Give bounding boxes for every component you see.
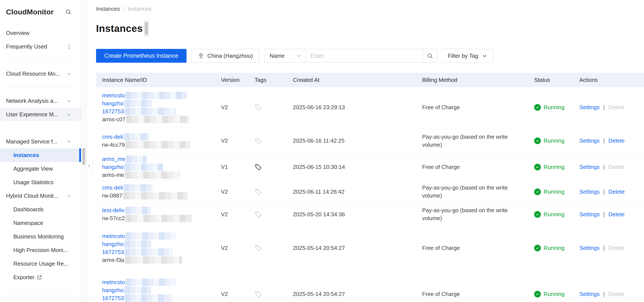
sidebar-item-dashboards[interactable]: Dashboards (0, 203, 81, 216)
sidebar-search-icon[interactable] (65, 8, 72, 15)
sidebar-item-business-monitoring[interactable]: Business Monitoring (0, 230, 81, 244)
status-running-icon (534, 291, 541, 298)
instance-name-link[interactable]: hangzho (102, 100, 124, 108)
search-button[interactable] (422, 49, 437, 63)
settings-button[interactable]: Settings (580, 164, 600, 170)
billing-method-cell: Pay-as-you-go (based on the write volume… (422, 133, 534, 149)
sidebar-section-network-analysis[interactable]: Network Analysis a... (0, 94, 81, 108)
sidebar-item-exporter[interactable]: Exporter (0, 270, 81, 284)
instance-name-cell: metricsto hangzho 1672753 arms-b0 (96, 278, 221, 302)
table-row: metricsto hangzho 1672753 arms-f3a V2 20… (96, 226, 644, 270)
instance-name-link[interactable]: metricsto (102, 278, 125, 286)
search-type-select[interactable]: Name (264, 49, 306, 63)
sidebar-item-aggregate-view[interactable]: Aggregate View (0, 162, 81, 176)
breadcrumb: Instances / Instances (96, 6, 644, 12)
instance-name-cell: cms-deli rw-0887 (96, 184, 221, 200)
status-badge: Running (544, 291, 564, 298)
delete-button[interactable]: Delete (608, 211, 624, 218)
instance-name-link[interactable]: cms-deli (102, 133, 123, 141)
billing-method-cell: Free of Charge (422, 244, 534, 252)
sidebar-item-instances[interactable]: Instances (0, 148, 81, 162)
actions-cell: Settings|Delete (580, 245, 644, 252)
instance-name-link[interactable]: 1672753 (102, 248, 124, 256)
instance-name-link[interactable]: hangzho (102, 286, 124, 294)
sidebar-section-user-experience-monitoring[interactable]: User Experience M... (0, 108, 81, 121)
settings-button[interactable]: Settings (580, 211, 600, 218)
sidebar-item-high-precision-monitoring[interactable]: High Precision Moni... (0, 244, 81, 257)
instance-id: rw-57cc2 (102, 214, 125, 222)
status-badge: Running (544, 188, 564, 195)
sidebar-divider (6, 291, 76, 291)
settings-button[interactable]: Settings (580, 188, 600, 195)
kebab-menu-icon[interactable] (67, 44, 72, 50)
redacted-text (124, 164, 163, 171)
delete-button[interactable]: Delete (608, 164, 624, 170)
page-title: Instances (96, 22, 143, 34)
status-cell: Running (534, 104, 580, 111)
sidebar-section-hybrid-cloud-monitoring[interactable]: Hybrid Cloud Monit... (0, 189, 81, 203)
redacted-text (125, 92, 187, 99)
redacted-text (124, 248, 173, 256)
tags-cell[interactable] (254, 104, 293, 111)
instance-name-link[interactable]: 1672753 (102, 294, 124, 302)
sidebar-item-overview[interactable]: Overview (0, 26, 81, 40)
instance-name-link[interactable]: hangzho (102, 163, 124, 171)
sidebar-item-usage-statistics[interactable]: Usage Statistics (0, 176, 81, 189)
search-input[interactable] (306, 49, 423, 63)
col-header-tags: Tags (254, 77, 293, 83)
sidebar-collapse-handle[interactable] (86, 159, 93, 173)
settings-button[interactable]: Settings (580, 245, 600, 252)
created-at-cell: 2025-05-14 20:54:27 (293, 291, 422, 298)
status-running-icon (534, 245, 541, 252)
region-select[interactable]: China (Hangzhou) (191, 49, 260, 63)
created-at-cell: 2025-06-16 23:29:13 (293, 104, 422, 111)
instance-name-link[interactable]: metricsto (102, 92, 125, 100)
redacted-text (125, 256, 182, 264)
delete-button[interactable]: Delete (608, 245, 624, 252)
sidebar-section-cloud-resource-monitoring[interactable]: Cloud Resource Mo... (0, 67, 81, 80)
created-at-cell: 2025-05-14 20:54:27 (293, 245, 422, 252)
instance-name-link[interactable]: 1672753 (102, 108, 124, 116)
col-header-instance-name: Instance Name/ID (96, 77, 221, 83)
delete-button[interactable]: Delete (608, 138, 624, 144)
filter-by-tag-button[interactable]: Filter by Tag (442, 49, 494, 63)
created-at-cell: 2025-06-15 10:30:14 (293, 164, 422, 170)
status-badge: Running (544, 245, 564, 252)
redacted-text (124, 294, 173, 302)
tags-cell[interactable] (254, 188, 293, 195)
delete-button[interactable]: Delete (608, 104, 624, 111)
instance-name-link[interactable]: test-deliv (102, 206, 124, 214)
actions-divider: | (603, 211, 605, 218)
settings-button[interactable]: Settings (580, 104, 600, 111)
delete-button[interactable]: Delete (608, 188, 624, 195)
instance-name-cell: arms_me hangzho arms-me (96, 155, 221, 179)
sidebar-item-namespace[interactable]: Namespace (0, 216, 81, 230)
sidebar-section-managed-service-prometheus[interactable]: Managed Service f... (0, 135, 81, 148)
delete-button[interactable]: Delete (608, 291, 624, 298)
instance-name-link[interactable]: metricsto (102, 232, 125, 240)
tags-cell[interactable] (254, 164, 293, 170)
tags-cell[interactable] (254, 244, 293, 252)
settings-button[interactable]: Settings (580, 138, 600, 144)
sidebar-item-frequently-used[interactable]: Frequently Used (0, 40, 81, 54)
tags-cell[interactable] (254, 137, 293, 144)
actions-cell: Settings|Delete (580, 164, 644, 170)
breadcrumb-instances[interactable]: Instances (96, 6, 120, 12)
sidebar-scrollbar-track[interactable] (81, 0, 86, 302)
tags-cell[interactable] (254, 290, 293, 298)
settings-button[interactable]: Settings (580, 291, 600, 298)
tag-icon (254, 137, 262, 144)
instance-id: arms-me (102, 171, 124, 179)
instance-name-link[interactable]: cms-deli (102, 184, 123, 192)
instance-name-link[interactable]: hangzho (102, 240, 124, 248)
redacted-text (124, 100, 152, 107)
create-prometheus-instance-button[interactable]: Create Prometheus Instance (96, 49, 186, 63)
instance-name-link[interactable]: arms_me (102, 155, 125, 163)
billing-method-cell: Free of Charge (422, 104, 534, 111)
sidebar-item-resource-usage-report[interactable]: Resource Usage Re... (0, 257, 81, 270)
status-cell: Running (534, 138, 580, 144)
tags-cell[interactable] (254, 211, 293, 218)
actions-divider: | (603, 138, 605, 144)
sidebar-scrollbar-thumb[interactable] (82, 148, 85, 165)
redacted-text (125, 215, 192, 222)
